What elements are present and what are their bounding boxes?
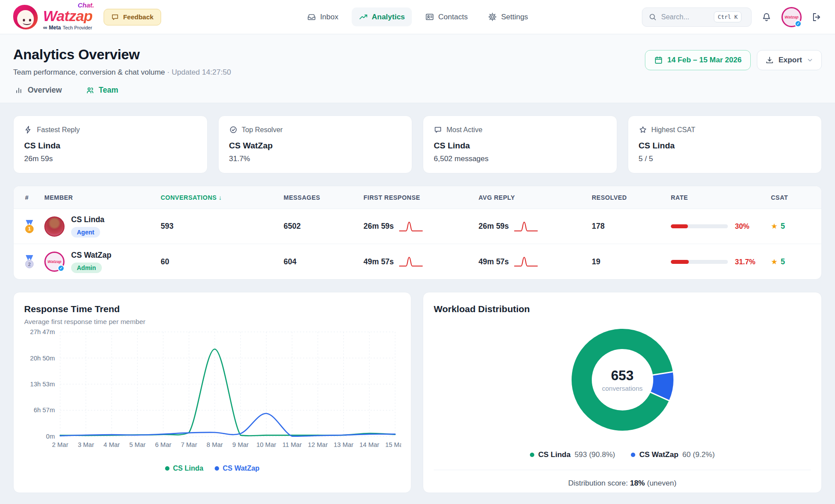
updated-timestamp: · Updated 14:27:50	[167, 68, 231, 76]
svg-text:7 Mar: 7 Mar	[181, 441, 197, 448]
col-conversations-sorted[interactable]: CONVERSATIONS ↓	[161, 194, 284, 201]
svg-text:2 Mar: 2 Mar	[52, 441, 68, 448]
main-nav: Inbox Analytics Contacts Settings	[300, 7, 535, 26]
role-badge-admin: Admin	[71, 263, 102, 273]
topbar-right: Ctrl K Watzap ✓	[642, 7, 822, 27]
bolt-icon	[24, 126, 32, 134]
distribution-score: Distribution score: 18% (uneven)	[434, 470, 811, 488]
stat-value: 5 / 5	[639, 155, 811, 163]
topbar: Chat. Watzap ∞ Meta Tech Provider Feedba…	[0, 0, 835, 34]
star-icon: ★	[771, 222, 777, 231]
resolved-value: 178	[592, 222, 671, 231]
speech-bubble-icon	[111, 13, 119, 21]
col-resolved[interactable]: RESOLVED	[592, 194, 671, 201]
gear-icon	[488, 12, 497, 22]
workload-donut-chart	[563, 320, 682, 439]
bar-chart-icon	[15, 86, 23, 94]
silver-medal-icon: 2	[23, 255, 36, 269]
notifications-button[interactable]	[761, 12, 772, 22]
conversations-value: 593	[161, 222, 284, 231]
col-rank[interactable]: #	[14, 194, 44, 201]
nav-item-contacts[interactable]: Contacts	[418, 7, 475, 26]
logout-button[interactable]	[811, 12, 822, 22]
stat-value: 6,502 messages	[434, 155, 606, 163]
svg-text:6 Mar: 6 Mar	[155, 441, 171, 448]
verified-badge-icon: ✓	[58, 265, 65, 272]
meta-infinity-icon: ∞	[43, 24, 47, 31]
svg-text:3 Mar: 3 Mar	[78, 441, 94, 448]
donut-legend: CS Linda 593 (90.8%) CS WatZap 60 (9.2%)	[530, 450, 715, 459]
col-csat[interactable]: CSAT	[771, 194, 821, 201]
col-avg-reply[interactable]: AVG REPLY	[479, 194, 592, 201]
rate-percent: 31.7%	[735, 258, 756, 266]
rate-bar	[671, 224, 728, 228]
page-header: Analytics Overview Team performance, con…	[0, 34, 835, 77]
user-avatar[interactable]: Watzap ✓	[781, 7, 802, 27]
nav-item-inbox[interactable]: Inbox	[300, 7, 346, 26]
col-first-response[interactable]: FIRST RESPONSE	[364, 194, 479, 201]
rate-percent: 30%	[735, 222, 749, 230]
response-time-trend-card: Response Time Trend Average first respon…	[13, 292, 411, 493]
table-row-cs-linda[interactable]: 1 CS Linda Agent 593 6502 26m 59s 26m 59…	[14, 209, 821, 244]
nav-item-settings[interactable]: Settings	[481, 7, 535, 26]
stat-card-most-active: Most Active CS Linda 6,502 messages	[423, 115, 617, 173]
export-button[interactable]: Export	[757, 50, 822, 70]
svg-text:12 Mar: 12 Mar	[308, 441, 328, 448]
brand-chat-label: Chat.	[78, 1, 94, 9]
table-row-cs-watzap[interactable]: 2 Watzap ✓ CS WatZap Admin 60 604 49m 57…	[14, 244, 821, 279]
date-range-button[interactable]: 14 Feb – 15 Mar 2026	[645, 50, 751, 70]
download-icon	[765, 56, 774, 65]
legend-dot-blue	[215, 466, 219, 471]
svg-text:20h 50m: 20h 50m	[30, 355, 55, 362]
tab-overview[interactable]: Overview	[15, 86, 62, 103]
stat-value: 31.7%	[229, 155, 402, 163]
check-circle-icon	[229, 126, 238, 134]
stat-card-fastest-reply: Fastest Reply CS Linda 26m 59s	[13, 115, 208, 173]
stat-member-name: CS Linda	[24, 141, 197, 151]
svg-text:27h 47m: 27h 47m	[30, 328, 55, 335]
feedback-button[interactable]: Feedback	[104, 9, 161, 25]
role-badge-agent: Agent	[71, 227, 100, 238]
svg-text:4 Mar: 4 Mar	[104, 441, 120, 448]
member-name: CS Linda	[71, 215, 104, 224]
trend-up-icon	[359, 12, 368, 22]
brand-wordmark: Chat. Watzap ∞ Meta Tech Provider	[43, 3, 92, 31]
search-input[interactable]	[661, 13, 709, 21]
legend-cs-linda: CS Linda	[165, 464, 203, 472]
nav-item-analytics[interactable]: Analytics	[352, 7, 412, 26]
line-chart-legend: CS Linda CS WatZap	[24, 464, 400, 472]
search-box[interactable]: Ctrl K	[642, 7, 752, 27]
stat-card-top-resolver: Top Resolver CS WatZap 31.7%	[218, 115, 413, 173]
page-title: Analytics Overview	[13, 47, 231, 63]
sparkline-icon	[513, 219, 539, 234]
svg-text:11 Mar: 11 Mar	[282, 441, 302, 448]
col-member[interactable]: MEMBER	[44, 194, 161, 201]
svg-text:10 Mar: 10 Mar	[256, 441, 276, 448]
line-chart-subtitle: Average first response time per member	[24, 318, 400, 326]
star-icon: ★	[771, 257, 777, 266]
col-rate[interactable]: RATE	[671, 194, 771, 201]
meta-tech-provider: ∞ Meta Tech Provider	[43, 24, 92, 31]
rate-bar	[671, 260, 728, 264]
tab-team[interactable]: Team	[86, 86, 118, 103]
col-messages[interactable]: MESSAGES	[284, 194, 364, 201]
donut-legend-cs-watzap: CS WatZap 60 (9.2%)	[631, 450, 715, 459]
bell-icon	[761, 12, 772, 22]
sparkline-icon	[513, 254, 539, 269]
keyboard-shortcut-badge: Ctrl K	[714, 11, 741, 22]
search-icon	[648, 13, 657, 21]
gold-medal-icon: 1	[23, 220, 36, 234]
workload-distribution-card: Workload Distribution 653 conversations …	[423, 292, 822, 493]
response-time-line-chart: 0m6h 57m13h 53m20h 50m27h 47m2 Mar3 Mar4…	[24, 326, 401, 462]
contact-card-icon	[425, 12, 434, 22]
svg-text:15 Mar: 15 Mar	[385, 441, 401, 448]
legend-dot-blue	[631, 453, 635, 457]
users-icon	[86, 86, 94, 95]
svg-text:0m: 0m	[46, 433, 55, 440]
line-chart-title: Response Time Trend	[24, 304, 400, 314]
svg-text:5 Mar: 5 Mar	[130, 441, 146, 448]
avatar-cs-linda	[44, 216, 65, 237]
header-actions: 14 Feb – 15 Mar 2026 Export	[645, 50, 822, 70]
stat-member-name: CS Linda	[639, 141, 811, 151]
brand-logo[interactable]: Chat. Watzap ∞ Meta Tech Provider	[13, 3, 92, 31]
